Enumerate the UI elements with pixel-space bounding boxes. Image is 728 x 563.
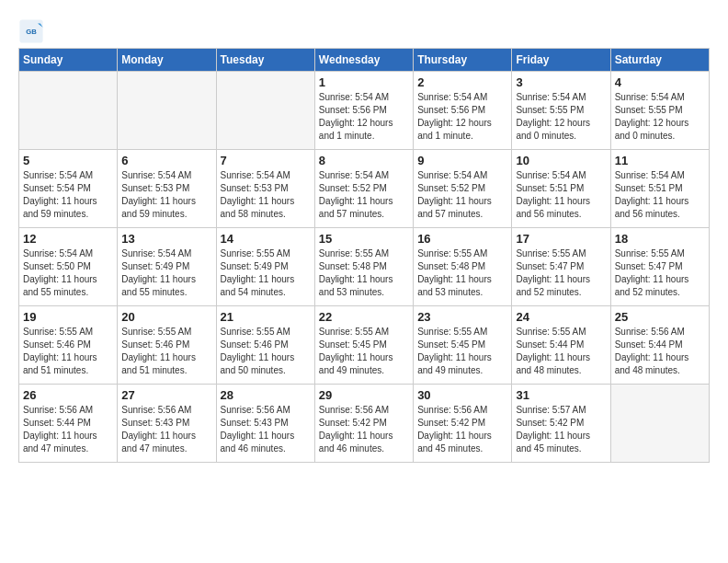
day-info-4: Sunrise: 5:54 AM Sunset: 5:55 PM Dayligh… xyxy=(615,91,705,143)
day-number-10: 10 xyxy=(516,154,606,167)
day-number-31: 31 xyxy=(516,388,606,402)
day-info-20: Sunrise: 5:55 AM Sunset: 5:46 PM Dayligh… xyxy=(121,326,211,377)
day-info-18: Sunrise: 5:55 AM Sunset: 5:47 PM Dayligh… xyxy=(615,247,705,299)
day-number-1: 1 xyxy=(319,75,409,89)
logo: GB xyxy=(18,18,48,44)
day-number-11: 11 xyxy=(615,154,705,167)
day-info-27: Sunrise: 5:56 AM Sunset: 5:43 PM Dayligh… xyxy=(121,404,211,455)
day-info-30: Sunrise: 5:56 AM Sunset: 5:42 PM Dayligh… xyxy=(417,404,507,455)
day-cell-25: 25Sunrise: 5:56 AM Sunset: 5:44 PM Dayli… xyxy=(610,306,709,385)
day-cell-13: 13Sunrise: 5:54 AM Sunset: 5:49 PM Dayli… xyxy=(118,228,216,306)
weekday-header-tuesday: Tuesday xyxy=(216,49,314,72)
day-number-21: 21 xyxy=(221,310,311,324)
day-number-22: 22 xyxy=(319,310,409,324)
day-cell-14: 14Sunrise: 5:55 AM Sunset: 5:49 PM Dayli… xyxy=(216,228,314,306)
week-row-1: 1Sunrise: 5:54 AM Sunset: 5:56 PM Daylig… xyxy=(19,72,710,150)
day-cell-2: 2Sunrise: 5:54 AM Sunset: 5:56 PM Daylig… xyxy=(414,72,512,150)
calendar-table: SundayMondayTuesdayWednesdayThursdayFrid… xyxy=(18,48,710,463)
day-number-25: 25 xyxy=(615,310,705,324)
day-info-13: Sunrise: 5:54 AM Sunset: 5:49 PM Dayligh… xyxy=(121,247,211,299)
day-cell-26: 26Sunrise: 5:56 AM Sunset: 5:44 PM Dayli… xyxy=(19,385,118,463)
day-info-8: Sunrise: 5:54 AM Sunset: 5:52 PM Dayligh… xyxy=(319,169,409,221)
day-info-14: Sunrise: 5:55 AM Sunset: 5:49 PM Dayligh… xyxy=(221,247,311,299)
day-number-3: 3 xyxy=(516,75,606,89)
day-number-27: 27 xyxy=(121,388,211,402)
day-info-3: Sunrise: 5:54 AM Sunset: 5:55 PM Dayligh… xyxy=(516,91,606,143)
day-cell-12: 12Sunrise: 5:54 AM Sunset: 5:50 PM Dayli… xyxy=(19,228,118,306)
day-info-23: Sunrise: 5:55 AM Sunset: 5:45 PM Dayligh… xyxy=(417,326,507,377)
day-cell-15: 15Sunrise: 5:55 AM Sunset: 5:48 PM Dayli… xyxy=(314,228,413,306)
day-number-18: 18 xyxy=(615,232,705,246)
day-number-24: 24 xyxy=(516,310,606,324)
day-cell-29: 29Sunrise: 5:56 AM Sunset: 5:42 PM Dayli… xyxy=(314,385,413,463)
empty-cell xyxy=(610,385,709,463)
day-info-26: Sunrise: 5:56 AM Sunset: 5:44 PM Dayligh… xyxy=(23,404,113,455)
empty-cell xyxy=(118,72,216,150)
day-number-15: 15 xyxy=(319,232,409,246)
day-info-17: Sunrise: 5:55 AM Sunset: 5:47 PM Dayligh… xyxy=(516,247,606,299)
day-info-6: Sunrise: 5:54 AM Sunset: 5:53 PM Dayligh… xyxy=(121,169,211,221)
day-cell-6: 6Sunrise: 5:54 AM Sunset: 5:53 PM Daylig… xyxy=(118,150,216,228)
week-row-2: 5Sunrise: 5:54 AM Sunset: 5:54 PM Daylig… xyxy=(19,150,710,228)
day-info-16: Sunrise: 5:55 AM Sunset: 5:48 PM Dayligh… xyxy=(417,247,507,299)
day-number-20: 20 xyxy=(121,310,211,324)
day-info-22: Sunrise: 5:55 AM Sunset: 5:45 PM Dayligh… xyxy=(319,326,409,377)
weekday-header-thursday: Thursday xyxy=(414,49,512,72)
day-info-31: Sunrise: 5:57 AM Sunset: 5:42 PM Dayligh… xyxy=(516,404,606,455)
day-info-21: Sunrise: 5:55 AM Sunset: 5:46 PM Dayligh… xyxy=(221,326,311,377)
day-cell-31: 31Sunrise: 5:57 AM Sunset: 5:42 PM Dayli… xyxy=(512,385,610,463)
day-number-9: 9 xyxy=(417,154,507,167)
day-cell-16: 16Sunrise: 5:55 AM Sunset: 5:48 PM Dayli… xyxy=(414,228,512,306)
day-info-1: Sunrise: 5:54 AM Sunset: 5:56 PM Dayligh… xyxy=(319,91,409,143)
weekday-header-row: SundayMondayTuesdayWednesdayThursdayFrid… xyxy=(19,49,710,72)
day-number-8: 8 xyxy=(319,154,409,167)
day-number-29: 29 xyxy=(319,388,409,402)
day-number-23: 23 xyxy=(417,310,507,324)
day-info-11: Sunrise: 5:54 AM Sunset: 5:51 PM Dayligh… xyxy=(615,169,705,221)
day-number-6: 6 xyxy=(121,154,211,167)
weekday-header-saturday: Saturday xyxy=(610,49,709,72)
day-cell-11: 11Sunrise: 5:54 AM Sunset: 5:51 PM Dayli… xyxy=(610,150,709,228)
day-cell-20: 20Sunrise: 5:55 AM Sunset: 5:46 PM Dayli… xyxy=(118,306,216,385)
day-info-2: Sunrise: 5:54 AM Sunset: 5:56 PM Dayligh… xyxy=(417,91,507,143)
day-cell-23: 23Sunrise: 5:55 AM Sunset: 5:45 PM Dayli… xyxy=(414,306,512,385)
day-cell-21: 21Sunrise: 5:55 AM Sunset: 5:46 PM Dayli… xyxy=(216,306,314,385)
day-info-19: Sunrise: 5:55 AM Sunset: 5:46 PM Dayligh… xyxy=(23,326,113,377)
weekday-header-wednesday: Wednesday xyxy=(314,49,413,72)
day-number-13: 13 xyxy=(121,232,211,246)
day-info-5: Sunrise: 5:54 AM Sunset: 5:54 PM Dayligh… xyxy=(23,169,113,221)
day-cell-19: 19Sunrise: 5:55 AM Sunset: 5:46 PM Dayli… xyxy=(19,306,118,385)
day-number-17: 17 xyxy=(516,232,606,246)
day-cell-10: 10Sunrise: 5:54 AM Sunset: 5:51 PM Dayli… xyxy=(512,150,610,228)
weekday-header-monday: Monday xyxy=(118,49,216,72)
page-header: GB xyxy=(18,18,710,44)
day-cell-28: 28Sunrise: 5:56 AM Sunset: 5:43 PM Dayli… xyxy=(216,385,314,463)
week-row-5: 26Sunrise: 5:56 AM Sunset: 5:44 PM Dayli… xyxy=(19,385,710,463)
day-info-10: Sunrise: 5:54 AM Sunset: 5:51 PM Dayligh… xyxy=(516,169,606,221)
day-cell-8: 8Sunrise: 5:54 AM Sunset: 5:52 PM Daylig… xyxy=(314,150,413,228)
day-number-14: 14 xyxy=(221,232,311,246)
day-info-12: Sunrise: 5:54 AM Sunset: 5:50 PM Dayligh… xyxy=(23,247,113,299)
empty-cell xyxy=(216,72,314,150)
day-info-24: Sunrise: 5:55 AM Sunset: 5:44 PM Dayligh… xyxy=(516,326,606,377)
day-cell-9: 9Sunrise: 5:54 AM Sunset: 5:52 PM Daylig… xyxy=(414,150,512,228)
day-number-30: 30 xyxy=(417,388,507,402)
day-cell-5: 5Sunrise: 5:54 AM Sunset: 5:54 PM Daylig… xyxy=(19,150,118,228)
day-cell-30: 30Sunrise: 5:56 AM Sunset: 5:42 PM Dayli… xyxy=(414,385,512,463)
day-number-28: 28 xyxy=(221,388,311,402)
day-cell-17: 17Sunrise: 5:55 AM Sunset: 5:47 PM Dayli… xyxy=(512,228,610,306)
day-number-16: 16 xyxy=(417,232,507,246)
empty-cell xyxy=(19,72,118,150)
day-info-15: Sunrise: 5:55 AM Sunset: 5:48 PM Dayligh… xyxy=(319,247,409,299)
day-cell-22: 22Sunrise: 5:55 AM Sunset: 5:45 PM Dayli… xyxy=(314,306,413,385)
weekday-header-sunday: Sunday xyxy=(19,49,118,72)
day-number-5: 5 xyxy=(23,154,113,167)
day-number-7: 7 xyxy=(221,154,311,167)
day-info-25: Sunrise: 5:56 AM Sunset: 5:44 PM Dayligh… xyxy=(615,326,705,377)
day-cell-7: 7Sunrise: 5:54 AM Sunset: 5:53 PM Daylig… xyxy=(216,150,314,228)
weekday-header-friday: Friday xyxy=(512,49,610,72)
day-info-9: Sunrise: 5:54 AM Sunset: 5:52 PM Dayligh… xyxy=(417,169,507,221)
day-number-12: 12 xyxy=(23,232,113,246)
day-info-7: Sunrise: 5:54 AM Sunset: 5:53 PM Dayligh… xyxy=(221,169,311,221)
logo-icon: GB xyxy=(18,18,44,44)
